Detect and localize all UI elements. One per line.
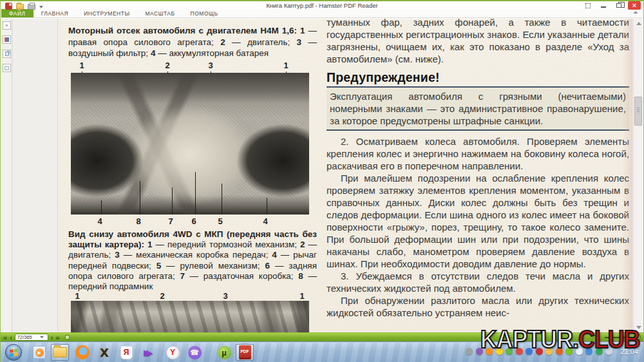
photo-underbody-strip <box>71 301 309 332</box>
fullscreen-button[interactable] <box>582 1 594 10</box>
window-controls: × <box>582 1 641 10</box>
callout-number: 8 <box>136 217 140 226</box>
paragraph: При малейшем подозрении на ослабление кр… <box>327 172 629 270</box>
purple-player-icon: ▶▶ <box>144 348 153 357</box>
thumbnails-button[interactable] <box>3 35 11 44</box>
navigation-sidebar: » <box>1 19 12 332</box>
callout-number: 1 <box>299 292 304 301</box>
quick-access-toolbar <box>5 3 43 10</box>
first-page-button[interactable]: « <box>3 334 7 341</box>
warning-text: Эксплуатация автомобиля с грязными (нечи… <box>330 90 626 127</box>
play-icon: ▶ <box>35 348 44 357</box>
callout-line <box>195 172 196 214</box>
pdf-reader-icon: PDF <box>239 345 251 359</box>
paragraph: туманных фар, задних фонарей, а также в … <box>327 19 629 65</box>
prev-page-button[interactable]: ‹ <box>10 334 12 341</box>
scroll-up-icon[interactable] <box>636 22 641 25</box>
taskbar-x-app[interactable]: X <box>95 344 113 361</box>
callout-line <box>172 187 173 214</box>
close-button[interactable]: × <box>628 1 641 10</box>
menu-zoom[interactable]: МАСШТАБ <box>137 9 182 17</box>
taskbar-yandex-browser[interactable]: Y <box>164 344 182 361</box>
warning-heading: Предупреждение! <box>327 70 629 85</box>
taskbar-purple-player[interactable]: ▶▶ <box>139 344 157 361</box>
watermark-kaptur: KAPTUR. <box>480 326 578 353</box>
customize-caret-icon[interactable] <box>39 6 43 8</box>
vertical-scrollbar[interactable] <box>633 19 643 332</box>
taskbar-pdf-reader[interactable]: PDF <box>236 344 254 361</box>
scrollbar-thumb[interactable] <box>634 97 642 126</box>
paragraph: При обнаружении разлитого масла или друг… <box>327 294 629 319</box>
x-app-icon: X <box>100 346 109 359</box>
fullscreen-icon <box>585 3 591 8</box>
firefox-icon <box>75 345 90 359</box>
pages-button[interactable] <box>3 50 11 58</box>
pdf-page: Моторный отсек автомобиля с двигателем Н… <box>58 19 632 332</box>
callout-number: 5 <box>218 217 222 226</box>
callout-line <box>140 181 140 214</box>
callout-number: 7 <box>168 217 173 226</box>
open-file-icon[interactable] <box>16 4 24 10</box>
kaptur-club-watermark: KAPTUR.CLUB <box>480 328 639 351</box>
page-navigation: « ‹ › » <box>3 333 70 341</box>
page-indicator-box <box>15 334 48 341</box>
taskbar-file-explorer[interactable] <box>51 344 69 361</box>
callout-number: 2 <box>160 292 164 301</box>
yandex-icon: Я <box>120 346 133 359</box>
taskbar-viber[interactable]: ☎ <box>185 344 204 361</box>
window-title: Книга Каптур.pdf - Hamster PDF Reader <box>1 2 643 9</box>
menu-home[interactable]: ГЛАВНАЯ <box>33 9 77 17</box>
callout-line <box>267 198 267 214</box>
utorrent-icon: µ <box>218 346 231 359</box>
taskbar-yandex[interactable]: Я <box>117 344 135 361</box>
pages-icon <box>5 52 9 56</box>
menu-tools[interactable]: ИНСТРУМЕНТЫ <box>76 9 137 17</box>
fit-page-button[interactable] <box>65 335 70 339</box>
expand-panel-button[interactable]: » <box>3 21 11 30</box>
folder-icon <box>53 347 67 357</box>
warning-box: Эксплуатация автомобиля с грязными (нечи… <box>327 86 629 131</box>
restore-button[interactable] <box>612 1 625 10</box>
callout-line <box>222 184 222 214</box>
start-button[interactable] <box>5 344 22 361</box>
yandex-browser-icon: Y <box>166 346 180 359</box>
taskbar-media-player[interactable]: ▶ <box>30 344 48 361</box>
page-number-input[interactable] <box>15 334 40 340</box>
bookmarks-button[interactable] <box>3 64 11 72</box>
viewport-margin <box>13 19 58 332</box>
window-top-border <box>1 0 643 1</box>
app-logo-icon <box>5 3 12 10</box>
callout-number: 1 <box>79 61 84 70</box>
callout-number: 6 <box>191 217 196 226</box>
taskbar-firefox[interactable] <box>73 344 91 361</box>
document-viewport: Моторный отсек автомобиля с двигателем Н… <box>13 19 632 332</box>
menu-bar: ФАЙЛ ГЛАВНАЯ ИНСТРУМЕНТЫ МАСШТАБ ПОМОЩЬ <box>1 9 643 18</box>
callout-number: 2 <box>165 61 169 70</box>
page-dropdown-icon[interactable] <box>40 336 44 338</box>
figure-caption-underbody: Вид снизу автомобиля 4WD с МКП (передняя… <box>68 229 317 292</box>
callout-number: 1 <box>283 61 288 70</box>
menu-file[interactable]: ФАЙЛ <box>1 9 33 17</box>
callout-number: 1 <box>75 292 79 301</box>
media-player-icon: ▶ <box>33 346 46 359</box>
main-area: » Моторный отсек автомобиля с двигателем… <box>1 19 643 332</box>
minimize-icon <box>601 6 606 8</box>
watermark-club: CLUB <box>578 326 639 353</box>
callout-number: 4 <box>263 217 267 226</box>
windows-logo-icon <box>10 348 18 357</box>
callout-line <box>101 200 102 214</box>
restore-icon <box>616 3 621 8</box>
taskbar-utorrent[interactable]: µ <box>215 344 233 361</box>
last-page-button[interactable]: » <box>55 334 59 341</box>
minimize-button[interactable] <box>597 1 610 10</box>
collapse-ribbon-icon[interactable] <box>633 11 638 14</box>
figure-caption-engine-bay: Моторный отсек автомобиля с двигателем Н… <box>68 25 317 59</box>
tray-icon[interactable] <box>466 348 473 355</box>
app-window: Книга Каптур.pdf - Hamster PDF Reader × … <box>0 0 644 362</box>
menu-help[interactable]: ПОМОЩЬ <box>183 9 226 17</box>
bookmarks-icon <box>5 66 9 70</box>
next-page-button[interactable]: › <box>51 334 53 341</box>
callout-number: 3 <box>208 61 213 70</box>
print-icon[interactable] <box>28 4 35 10</box>
callout-number: 4 <box>97 217 102 226</box>
